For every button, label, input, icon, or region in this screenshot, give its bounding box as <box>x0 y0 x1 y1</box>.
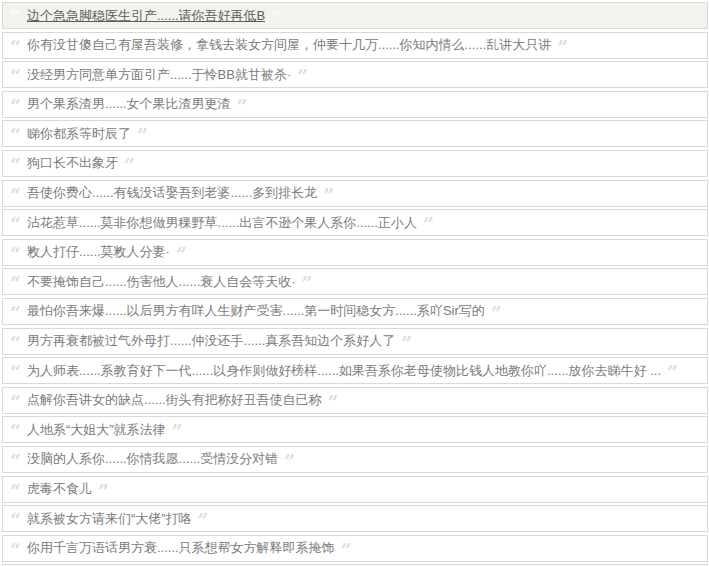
quote-list: “ 边个急急脚稳医生引产......请你吾好再低B ” “ 你有没甘傻自己有屋吾… <box>0 0 709 566</box>
quote-row[interactable]: “ 虎毒不食儿 ” <box>2 476 708 503</box>
close-quote-icon: ” <box>667 358 678 377</box>
quote-link[interactable]: 沾花惹草......莫非你想做男稞野草......出言不逊个果人系你......… <box>27 214 417 232</box>
close-quote-icon: ” <box>172 417 183 436</box>
open-quote-icon: “ <box>10 269 21 288</box>
quote-link[interactable]: 点解你吾讲女的缺点......街头有把称好丑吾使自已称 <box>27 391 322 409</box>
quote-link[interactable]: 敉人打仔......莫敉人分妻· <box>27 243 170 261</box>
close-quote-icon: ” <box>237 92 248 111</box>
open-quote-icon: “ <box>10 151 21 170</box>
open-quote-icon: “ <box>10 3 21 22</box>
open-quote-icon: “ <box>10 417 21 436</box>
quote-link[interactable]: 为人师表......系教育好下一代......以身作则做好榜样......如果吾… <box>27 362 661 380</box>
open-quote-icon: “ <box>10 62 21 81</box>
quote-row[interactable]: “ 边个急急脚稳医生引产......请你吾好再低B ” <box>2 2 708 29</box>
quote-link[interactable]: 男个果系渣男......女个果比渣男更渣 <box>27 95 231 113</box>
quote-link[interactable]: 边个急急脚稳医生引产......请你吾好再低B <box>27 7 265 25</box>
close-quote-icon: ” <box>423 210 434 229</box>
quote-link[interactable]: 你有没甘傻自己有屋吾装修，拿钱去装女方间屋，仲要十几万......你知内情么..… <box>27 36 551 54</box>
quote-link[interactable]: 人地系“大姐大”就系法律 <box>27 421 166 439</box>
open-quote-icon: “ <box>10 299 21 318</box>
close-quote-icon: ” <box>323 181 334 200</box>
open-quote-icon: “ <box>10 181 21 200</box>
quote-row[interactable]: “ 狗口长不出象牙 ” <box>2 150 708 177</box>
quote-row[interactable]: “ 沾花惹草......莫非你想做男稞野草......出言不逊个果人系你....… <box>2 209 708 236</box>
close-quote-icon: ” <box>137 121 148 140</box>
quote-link[interactable]: 睇你都系等时辰了 <box>27 125 131 143</box>
close-quote-icon: ” <box>284 447 295 466</box>
close-quote-icon: ” <box>198 506 209 525</box>
close-quote-icon: ” <box>491 299 502 318</box>
quote-link[interactable]: 最怕你吾来爆......以后男方有咩人生财产受害......第一时间稳女方...… <box>27 302 485 320</box>
quote-link[interactable]: 狗口长不出象牙 <box>27 154 118 172</box>
open-quote-icon: “ <box>10 358 21 377</box>
open-quote-icon: “ <box>10 121 21 140</box>
quote-link[interactable]: 男方再衰都被过气外母打......仲没还手......真系吾知边个系好人了 <box>27 332 395 350</box>
quote-row[interactable]: “ 没经男方同意单方面引产......于怜BB就甘被杀· ” <box>2 61 708 88</box>
quote-row[interactable]: “ 敉人打仔......莫敉人分妻· ” <box>2 239 708 266</box>
close-quote-icon: ” <box>341 536 352 555</box>
quote-link[interactable]: 虎毒不食儿 <box>27 480 92 498</box>
quote-row[interactable]: “ 男个果系渣男......女个果比渣男更渣 ” <box>2 91 708 118</box>
close-quote-icon: ” <box>124 151 135 170</box>
close-quote-icon: ” <box>302 269 313 288</box>
open-quote-icon: “ <box>10 388 21 407</box>
open-quote-icon: “ <box>10 506 21 525</box>
quote-row[interactable]: “ 没脑的人系你......你情我愿......受情没分对错 ” <box>2 446 708 473</box>
quote-row[interactable]: “ 不要掩饰自己......伤害他人......衰人自会等天收· ” <box>2 268 708 295</box>
quote-row[interactable]: “ 为人师表......系教育好下一代......以身作则做好榜样......如… <box>2 357 708 384</box>
open-quote-icon: “ <box>10 536 21 555</box>
quote-row[interactable]: “ 男方再衰都被过气外母打......仲没还手......真系吾知边个系好人了 … <box>2 328 708 355</box>
open-quote-icon: “ <box>10 240 21 259</box>
quote-row[interactable]: “ 你有没甘傻自己有屋吾装修，拿钱去装女方间屋，仲要十几万......你知内情么… <box>2 32 708 59</box>
close-quote-icon: ” <box>328 388 339 407</box>
quote-link[interactable]: 不要掩饰自己......伤害他人......衰人自会等天收· <box>27 273 296 291</box>
open-quote-icon: “ <box>10 447 21 466</box>
quote-row[interactable]: “ 你用千言万语话男方衰......只系想帮女方解释即系掩饰 ” <box>2 535 708 562</box>
quote-row[interactable]: “ 人地系“大姐大”就系法律 ” <box>2 416 708 443</box>
quote-row[interactable]: “ 点解你吾讲女的缺点......街头有把称好丑吾使自已称 ” <box>2 387 708 414</box>
open-quote-icon: “ <box>10 477 21 496</box>
quote-row[interactable]: “ 就系被女方请来们“大佬”打咯 ” <box>2 505 708 532</box>
close-quote-icon: ” <box>557 33 568 52</box>
quote-row[interactable]: “ 吾使你费心......有钱没话娶吾到老婆......多到排长龙 ” <box>2 180 708 207</box>
close-quote-icon: ” <box>98 477 109 496</box>
open-quote-icon: “ <box>10 210 21 229</box>
close-quote-icon: ” <box>271 3 282 22</box>
quote-row[interactable]: “ 最怕你吾来爆......以后男方有咩人生财产受害......第一时间稳女方.… <box>2 298 708 325</box>
quote-link[interactable]: 吾使你费心......有钱没话娶吾到老婆......多到排长龙 <box>27 184 317 202</box>
close-quote-icon: ” <box>401 329 412 348</box>
quote-link[interactable]: 你用千言万语话男方衰......只系想帮女方解释即系掩饰 <box>27 539 335 557</box>
open-quote-icon: “ <box>10 92 21 111</box>
quote-link[interactable]: 没经男方同意单方面引产......于怜BB就甘被杀· <box>27 66 291 84</box>
close-quote-icon: ” <box>297 62 308 81</box>
open-quote-icon: “ <box>10 33 21 52</box>
quote-row[interactable]: “ 睇你都系等时辰了 ” <box>2 120 708 147</box>
close-quote-icon: ” <box>176 240 187 259</box>
open-quote-icon: “ <box>10 329 21 348</box>
quote-link[interactable]: 就系被女方请来们“大佬”打咯 <box>27 510 192 528</box>
quote-link[interactable]: 没脑的人系你......你情我愿......受情没分对错 <box>27 450 278 468</box>
